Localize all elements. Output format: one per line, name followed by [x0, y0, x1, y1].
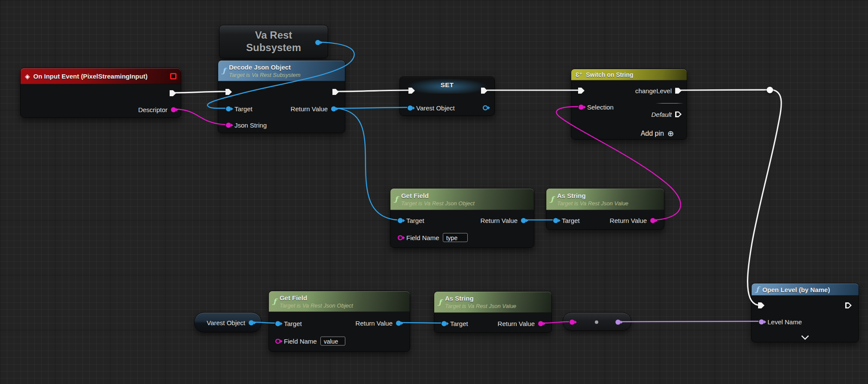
name-pin-icon	[759, 319, 764, 324]
exec-arrow-icon	[170, 90, 176, 96]
varest-object-out-pin[interactable]	[483, 105, 488, 110]
exec-arrow-icon	[675, 111, 682, 117]
pin-label: Return Value	[498, 320, 535, 327]
node-header: ƒ Get Field Target is Va Rest Json Objec…	[390, 189, 534, 210]
node-header: ƒ Open Level (by Name)	[752, 283, 859, 296]
object-pin-icon	[275, 321, 280, 326]
string-pin-icon	[275, 338, 280, 344]
wire-object-decode-rv-to-set	[336, 107, 407, 108]
target-in-pin[interactable]: Target	[442, 320, 468, 327]
event-icon: ◈	[25, 73, 30, 79]
node-get-field-value[interactable]: ƒ Get Field Target is Va Rest Json Objec…	[268, 291, 410, 352]
expand-advanced-chevron-icon[interactable]	[801, 332, 809, 340]
exec-arrow-icon	[481, 88, 487, 94]
subsystem-out-pin[interactable]	[315, 40, 320, 45]
node-as-string-value[interactable]: ƒ As String Target is Va Rest Json Value…	[434, 291, 552, 333]
exec-out-pin[interactable]	[481, 88, 487, 94]
wire-exec-decode-to-set	[337, 90, 408, 91]
varest-object-in-pin[interactable]: Varest Object	[408, 104, 455, 112]
switch-icon: Ɛ⁺	[576, 71, 582, 78]
descriptor-out-pin[interactable]: Descriptor	[138, 106, 176, 113]
object-pin-icon	[553, 218, 558, 223]
exec-arrow-icon	[675, 88, 682, 94]
return-value-out-pin[interactable]: Return Value	[481, 217, 526, 224]
pin-label: Target	[562, 217, 580, 224]
function-icon: ƒ	[273, 298, 276, 305]
field-name-in-pin[interactable]: Field Name	[275, 337, 345, 346]
add-pin-button[interactable]: ⊕ Add pin	[641, 130, 674, 137]
field-name-input[interactable]	[443, 233, 468, 242]
add-pin-icon: ⊕	[667, 130, 674, 137]
exec-reroute-node[interactable]	[767, 87, 773, 93]
node-title: On Input Event (PixelStreamingInput)	[34, 73, 148, 80]
pin-label: Target	[406, 217, 424, 224]
function-icon: ƒ	[756, 286, 759, 293]
node-open-level[interactable]: ƒ Open Level (by Name) Level Name	[751, 283, 859, 342]
default-exec-out-pin[interactable]: Default	[651, 111, 682, 118]
pin-label: Target	[284, 320, 302, 327]
node-subtitle: Target is Va Rest Json Object	[280, 302, 353, 310]
exec-in-pin[interactable]	[758, 302, 764, 308]
return-value-out-pin[interactable]: Return Value	[610, 217, 655, 224]
object-pin-icon	[521, 218, 526, 223]
exec-out-pin[interactable]	[845, 302, 852, 308]
pin-label: Field Name	[406, 234, 439, 241]
target-in-pin[interactable]: Target	[275, 320, 302, 327]
pin-label: Return Value	[610, 217, 647, 224]
pin-label: Return Value	[356, 320, 393, 327]
node-set-varest-object[interactable]: SET Varest Object	[399, 76, 495, 116]
node-va-rest-subsystem[interactable]: Va Rest Subsystem	[219, 25, 328, 58]
function-icon: ƒ	[395, 196, 398, 203]
changelevel-exec-out-pin[interactable]: changeLevel	[635, 87, 682, 94]
node-string-to-name-conversion[interactable]	[563, 312, 631, 331]
exec-in-pin[interactable]	[225, 89, 232, 95]
exec-in-pin[interactable]	[578, 88, 585, 94]
field-name-input[interactable]	[320, 337, 345, 346]
exec-arrow-icon	[758, 302, 764, 308]
string-pin-icon	[398, 235, 403, 240]
node-get-field-type[interactable]: ƒ Get Field Target is Va Rest Json Objec…	[390, 188, 534, 248]
node-subtitle: Target is Va Rest Json Value	[445, 302, 516, 310]
object-pin-icon	[398, 218, 403, 223]
node-decode-json-object[interactable]: ƒ Decode Json Object Target is Va Rest S…	[218, 60, 345, 133]
node-subtitle: Target is Va Rest Json Object	[401, 200, 475, 207]
varest-object-out-pin[interactable]: Varest Object	[207, 319, 254, 326]
exec-out-pin[interactable]	[170, 90, 176, 96]
string-in-pin[interactable]	[570, 320, 575, 325]
name-out-pin[interactable]	[615, 320, 621, 325]
node-title: Get Field	[401, 192, 475, 200]
return-value-out-pin[interactable]: Return Value	[498, 320, 543, 327]
object-pin-icon	[331, 106, 336, 111]
target-in-pin[interactable]: Target	[553, 217, 580, 224]
json-string-in-pin[interactable]: Json String	[226, 122, 267, 129]
return-value-out-pin[interactable]: Return Value	[356, 320, 401, 327]
node-as-string-type[interactable]: ƒ As String Target is Va Rest Json Value…	[546, 188, 664, 230]
field-name-in-pin[interactable]: Field Name	[398, 233, 468, 242]
selection-in-pin[interactable]: Selection	[579, 104, 614, 111]
exec-arrow-icon	[845, 302, 852, 308]
exec-in-pin[interactable]	[408, 88, 415, 94]
wire-name-conversion-to-levelname	[621, 321, 758, 322]
pin-label: Level Name	[767, 318, 802, 326]
node-header: ƒ As String Target is Va Rest Json Value	[434, 292, 551, 313]
node-varest-object-getter[interactable]: Varest Object	[194, 312, 262, 332]
blueprint-graph-canvas[interactable]: BLUEPRINT ◈ On Input Event (PixelStreami…	[0, 0, 868, 384]
node-switch-on-string[interactable]: Ɛ⁺ Switch on String changeLevel Selectio…	[571, 69, 687, 140]
exec-out-pin[interactable]	[332, 89, 339, 95]
level-name-in-pin[interactable]: Level Name	[759, 318, 802, 326]
function-icon: ƒ	[439, 299, 442, 306]
string-pin-icon	[538, 321, 543, 326]
object-pin-icon	[315, 40, 320, 45]
wire-exec-changelevel-to-reroute	[681, 90, 767, 90]
add-pin-label: Add pin	[641, 130, 664, 137]
node-title: Va Rest Subsystem	[219, 29, 328, 54]
target-in-pin[interactable]: Target	[398, 217, 424, 224]
pin-label: Varest Object	[416, 104, 455, 112]
node-subtitle: Target is Va Rest Json Value	[557, 200, 628, 207]
return-value-out-pin[interactable]: Return Value	[291, 105, 336, 113]
stop-debug-icon	[170, 73, 177, 79]
pin-label: Json String	[235, 122, 267, 129]
pin-label: Selection	[587, 104, 614, 111]
node-on-input-event[interactable]: ◈ On Input Event (PixelStreamingInput) D…	[20, 68, 181, 118]
target-in-pin[interactable]: Target	[226, 105, 253, 113]
